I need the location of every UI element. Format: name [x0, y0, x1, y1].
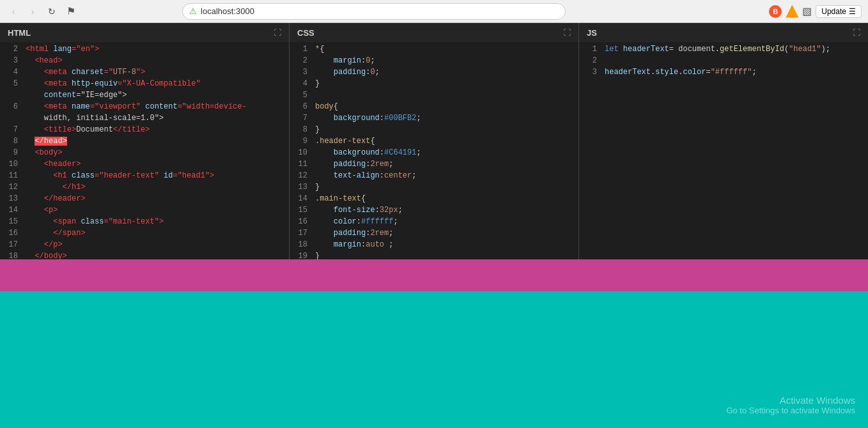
html-code-content[interactable]: 2<html lang="en"> 3 <head> 4 <meta chars…	[0, 42, 289, 259]
table-row: 10 background:#C64191;	[290, 148, 578, 160]
update-label: Update	[821, 7, 846, 16]
table-row: 16 color:#ffffff;	[290, 217, 578, 229]
address-text: localhost:3000	[201, 6, 559, 16]
table-row: 2	[579, 56, 868, 68]
activate-windows-sub: Go to Settings to activate Windows	[726, 406, 855, 415]
table-row: 18 margin:auto ;	[290, 240, 578, 252]
table-row: 13 </header>	[0, 194, 289, 206]
table-row: content="IE=edge">	[0, 91, 289, 102]
table-row: 14.main-text{	[290, 194, 578, 206]
css-code-content[interactable]: 1*{ 2 margin:0; 3 padding:0; 4} 5 6body{…	[290, 42, 578, 259]
table-row: 2 margin:0;	[290, 56, 578, 68]
html-panel-title: HTML	[8, 28, 31, 38]
table-row: 16 </span>	[0, 229, 289, 240]
table-row: 15 <span class="main-text">	[0, 217, 289, 229]
table-row: 2<html lang="en">	[0, 45, 289, 56]
js-panel-title: JS	[587, 28, 597, 38]
table-row: 19}	[290, 252, 578, 259]
css-panel: CSS ⛶ 1*{ 2 margin:0; 3 padding:0; 4} 5 …	[290, 23, 579, 259]
css-panel-header: CSS ⛶	[290, 23, 578, 42]
warning-icon	[786, 5, 798, 18]
table-row: 14 <p>	[0, 206, 289, 217]
menu-icon: ☰	[849, 7, 856, 16]
table-row: 15 font-size:32px;	[290, 206, 578, 217]
js-panel-header: JS ⛶	[579, 23, 868, 42]
html-panel: HTML ⛶ 2<html lang="en"> 3 <head> 4 <met…	[0, 23, 290, 259]
update-button[interactable]: Update ☰	[816, 5, 862, 18]
table-row: 4 <meta charset="UTF-8">	[0, 68, 289, 79]
table-row: 1let headerText= document.getElementById…	[579, 45, 868, 56]
preview-area: Activate Windows Go to Settings to activ…	[0, 259, 868, 428]
table-row: width, initial-scale=1.0">	[0, 114, 289, 125]
table-row: 12 </h1>	[0, 183, 289, 194]
table-row: 9.header-text{	[290, 137, 578, 148]
html-panel-header: HTML ⛶	[0, 23, 289, 42]
security-icon: ⚠	[189, 6, 197, 16]
browser-actions: B ▧ Update ☰	[769, 5, 862, 18]
activate-windows-notice: Activate Windows Go to Settings to activ…	[726, 395, 855, 415]
js-expand-button[interactable]: ⛶	[853, 28, 860, 37]
table-row: 6body{	[290, 102, 578, 114]
table-row: 8}	[290, 125, 578, 137]
js-panel: JS ⛶ 1let headerText= document.getElemen…	[579, 23, 868, 259]
table-row: 9 <body>	[0, 148, 289, 160]
brave-icon: B	[769, 5, 782, 18]
table-row: 11 <h1 class="header-text" id="head1">	[0, 171, 289, 183]
forward-button[interactable]: ›	[26, 4, 40, 19]
css-panel-title: CSS	[297, 28, 314, 38]
js-code-content[interactable]: 1let headerText= document.getElementById…	[579, 42, 868, 259]
table-row: 5 <meta http-equiv="X-UA-Compatible"	[0, 79, 289, 91]
table-row: 13}	[290, 183, 578, 194]
table-row: 10 <header>	[0, 160, 289, 171]
editor-area: HTML ⛶ 2<html lang="en"> 3 <head> 4 <met…	[0, 23, 868, 259]
table-row: 8 </head>	[0, 137, 289, 148]
table-row: 1*{	[290, 45, 578, 56]
table-row: 17 padding:2rem;	[290, 229, 578, 240]
table-row: 5	[290, 91, 578, 102]
table-row: 6 <meta name="viewport" content="width=d…	[0, 102, 289, 114]
preview-header-section	[0, 259, 868, 291]
table-row: 12 text-align:center;	[290, 171, 578, 183]
bookmark-button[interactable]: ⚑	[64, 4, 78, 19]
table-row: 3 <head>	[0, 56, 289, 68]
preview-body-section: Activate Windows Go to Settings to activ…	[0, 291, 868, 428]
extensions-button[interactable]: ▧	[802, 5, 812, 17]
table-row: 7 background:#00BFB2;	[290, 114, 578, 125]
table-row: 3headerText.style.color="#ffffff";	[579, 68, 868, 79]
browser-toolbar: ‹ › ↻ ⚑ ⚠ localhost:3000 B ▧ Update ☰	[0, 0, 868, 23]
html-expand-button[interactable]: ⛶	[274, 28, 281, 37]
table-row: 18 </body>	[0, 252, 289, 259]
css-expand-button[interactable]: ⛶	[563, 28, 571, 37]
table-row: 4}	[290, 79, 578, 91]
table-row: 11 padding:2rem;	[290, 160, 578, 171]
table-row: 7 <title>Document</title>	[0, 125, 289, 137]
table-row: 17 </p>	[0, 240, 289, 252]
back-button[interactable]: ‹	[6, 4, 20, 19]
table-row: 3 padding:0;	[290, 68, 578, 79]
reload-button[interactable]: ↻	[45, 4, 59, 19]
address-bar: ⚠ localhost:3000	[182, 3, 566, 20]
activate-windows-title: Activate Windows	[726, 395, 855, 406]
